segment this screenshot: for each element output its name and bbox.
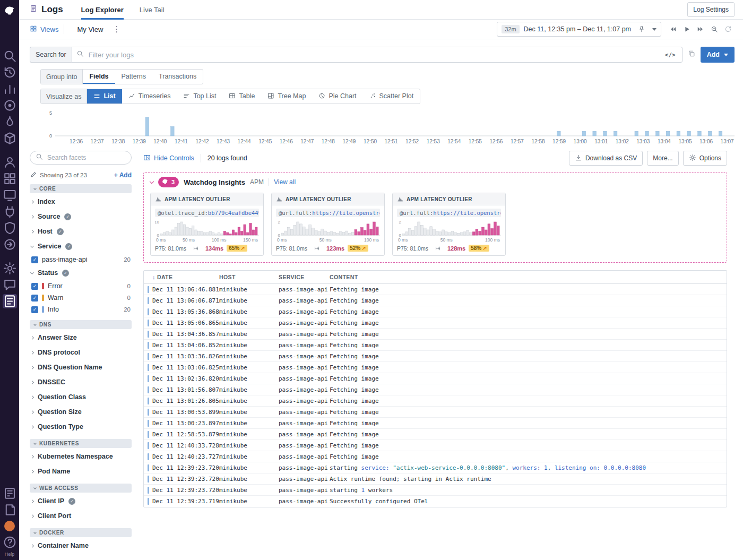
log-row[interactable]: Dec 11 13:06:06.871minikubepass-image-ap… xyxy=(144,295,727,306)
log-row[interactable]: Dec 11 12:40:23.727minikubepass-image-ap… xyxy=(144,451,727,462)
log-row[interactable]: Dec 11 12:39:23.720minikubepass-image-ap… xyxy=(144,462,727,473)
facet-group-web-access[interactable]: WEB ACCESS xyxy=(30,484,132,493)
pencil-icon[interactable] xyxy=(30,171,37,179)
nav-dashboards-icon[interactable] xyxy=(3,171,17,186)
log-row[interactable]: Dec 11 13:04:06.852minikubepass-image-ap… xyxy=(144,340,727,351)
facet-question-size[interactable]: Question Size xyxy=(30,404,132,419)
facet-question-type[interactable]: Question Type xyxy=(30,419,132,434)
pin-icon[interactable] xyxy=(635,23,648,36)
nav-search-icon[interactable] xyxy=(3,49,17,63)
checkbox-checked[interactable]: ✓ xyxy=(31,256,38,263)
facet-pod-name[interactable]: Pod Name xyxy=(30,464,132,479)
refresh-button[interactable] xyxy=(722,23,735,36)
log-filter-input[interactable] xyxy=(88,50,659,59)
facet-question-class[interactable]: Question Class xyxy=(30,390,132,404)
group-option-transactions[interactable]: Transactions xyxy=(152,70,203,84)
checkbox-checked[interactable]: ✓ xyxy=(31,306,38,313)
nav-synthetics-icon[interactable] xyxy=(3,237,17,252)
log-row[interactable]: Dec 11 12:40:33.728minikubepass-image-ap… xyxy=(144,440,727,451)
log-row[interactable]: Dec 11 13:04:36.857minikubepass-image-ap… xyxy=(144,329,727,340)
nav-apm-icon[interactable] xyxy=(3,115,17,129)
column-header-host[interactable]: HOST xyxy=(219,274,279,280)
nav-org-icon[interactable] xyxy=(3,155,17,169)
nav-infrastructure-icon[interactable] xyxy=(3,131,17,145)
nav-watchdog-icon[interactable] xyxy=(3,98,17,113)
log-row[interactable]: Dec 11 12:58:53.879minikubepass-image-ap… xyxy=(144,429,727,440)
nav-integrations-icon[interactable] xyxy=(3,204,17,219)
log-volume-timeline[interactable]: 5012:3612:3712:3812:3912:4012:4112:4212:… xyxy=(45,109,735,145)
insight-tag[interactable]: @otel.trace_id:bb779c4eafdbe449e… xyxy=(155,209,259,217)
nav-history-icon[interactable] xyxy=(3,65,17,80)
options-button[interactable]: Options xyxy=(683,151,727,166)
log-row[interactable]: Dec 11 13:00:23.897minikubepass-image-ap… xyxy=(144,418,727,429)
time-range-picker[interactable]: 32m Dec 11, 12:35 pm – Dec 11, 1:07 pm xyxy=(497,22,661,37)
facet-value-warn[interactable]: ✓Warn0 xyxy=(30,292,132,304)
nav-docs-icon[interactable] xyxy=(3,503,17,517)
facet-dnssec[interactable]: DNSSEC xyxy=(30,375,132,390)
nav-security-icon[interactable] xyxy=(3,221,17,235)
log-row[interactable]: Dec 11 13:00:53.899minikubepass-image-ap… xyxy=(144,407,727,418)
facet-container-name[interactable]: Container Name xyxy=(30,538,132,553)
code-syntax-icon[interactable]: </> xyxy=(663,51,678,58)
more-button[interactable]: More... xyxy=(647,151,678,166)
views-button[interactable]: Views xyxy=(30,25,58,34)
watchdog-insight-card[interactable]: APM LATENCY OUTLIER@url.full:https://til… xyxy=(392,193,506,256)
log-row[interactable]: Dec 11 12:39:23.719minikubepass-image-ap… xyxy=(144,496,727,507)
nav-monitors-icon[interactable] xyxy=(3,188,17,202)
log-row[interactable]: Dec 11 13:02:36.820minikubepass-image-ap… xyxy=(144,373,727,384)
datadog-logo-icon[interactable] xyxy=(3,4,16,17)
watchdog-insight-card[interactable]: APM LATENCY OUTLIER@otel.trace_id:bb779c… xyxy=(150,193,264,256)
facet-group-dns[interactable]: DNS xyxy=(30,320,132,329)
viz-option-top-list[interactable]: Top List xyxy=(177,89,222,104)
log-row[interactable]: Dec 11 13:06:46.881minikubepass-image-ap… xyxy=(144,284,727,295)
time-play-button[interactable] xyxy=(680,23,693,36)
facet-value-pass-image-api[interactable]: ✓pass-image-api20 xyxy=(30,254,132,265)
log-row[interactable]: Dec 11 13:03:36.826minikubepass-image-ap… xyxy=(144,351,727,362)
facet-value-info[interactable]: ✓Info20 xyxy=(30,304,132,315)
column-header-service[interactable]: SERVICE xyxy=(279,274,330,280)
nav-notebooks-icon[interactable] xyxy=(3,278,17,292)
log-settings-button[interactable]: Log Settings xyxy=(687,2,735,17)
viz-option-pie-chart[interactable]: Pie Chart xyxy=(312,89,362,104)
viz-option-scatter-plot[interactable]: Scatter Plot xyxy=(363,89,420,104)
viz-option-timeseries[interactable]: Timeseries xyxy=(122,89,177,104)
facet-dns-question-name[interactable]: DNS Question Name xyxy=(30,360,132,375)
log-row[interactable]: Dec 11 13:01:26.805minikubepass-image-ap… xyxy=(144,395,727,407)
column-header-content[interactable]: CONTENT xyxy=(330,274,727,280)
facet-service[interactable]: Service✓ xyxy=(30,239,132,254)
facet-client-port[interactable]: Client Port xyxy=(30,509,132,523)
facet-group-kubernetes[interactable]: KUBERNETES xyxy=(30,439,132,448)
add-button[interactable]: Add xyxy=(701,47,735,63)
time-rewind-button[interactable] xyxy=(667,23,679,36)
facet-value-error[interactable]: ✓Error0 xyxy=(30,280,132,292)
viz-option-table[interactable]: Table xyxy=(222,89,261,104)
group-option-patterns[interactable]: Patterns xyxy=(115,70,153,84)
view-all-link[interactable]: View all xyxy=(274,178,296,186)
chevron-down-icon[interactable] xyxy=(652,28,656,31)
facet-source[interactable]: Source✓ xyxy=(30,209,132,224)
insight-tag[interactable]: @url.full:https://tile.openstreetmap… xyxy=(276,209,380,217)
add-facet-button[interactable]: + Add xyxy=(114,171,132,179)
checkbox-checked[interactable]: ✓ xyxy=(31,283,38,290)
log-row[interactable]: Dec 11 13:03:06.825minikubepass-image-ap… xyxy=(144,362,727,373)
group-option-fields[interactable]: Fields xyxy=(83,70,115,84)
facet-index[interactable]: Index xyxy=(30,194,132,209)
time-forward-button[interactable] xyxy=(694,23,707,36)
log-row[interactable]: Dec 11 13:05:06.865minikubepass-image-ap… xyxy=(144,317,727,329)
tab-log-explorer[interactable]: Log Explorer xyxy=(81,0,124,20)
facet-status[interactable]: Status✓ xyxy=(30,265,132,280)
log-row[interactable]: Dec 11 12:39:23.720minikubepass-image-ap… xyxy=(144,473,727,485)
checkbox-checked[interactable]: ✓ xyxy=(31,295,38,301)
search-for-label[interactable]: Search for xyxy=(30,47,72,63)
facet-host[interactable]: Host✓ xyxy=(30,224,132,239)
user-avatar[interactable] xyxy=(4,521,15,531)
download-csv-button[interactable]: Download as CSV xyxy=(569,151,643,166)
log-row[interactable]: Dec 11 13:05:36.868minikubepass-image-ap… xyxy=(144,306,727,317)
watchdog-insight-card[interactable]: APM LATENCY OUTLIER@url.full:https://til… xyxy=(271,193,385,256)
facet-search-input[interactable] xyxy=(46,153,126,162)
facet-client-ip[interactable]: Client IP✓ xyxy=(30,494,132,509)
zoom-out-button[interactable] xyxy=(708,23,721,36)
hide-controls-button[interactable]: Hide Controls xyxy=(143,154,194,163)
viz-option-list[interactable]: List xyxy=(87,89,122,104)
help-icon[interactable] xyxy=(3,535,17,549)
